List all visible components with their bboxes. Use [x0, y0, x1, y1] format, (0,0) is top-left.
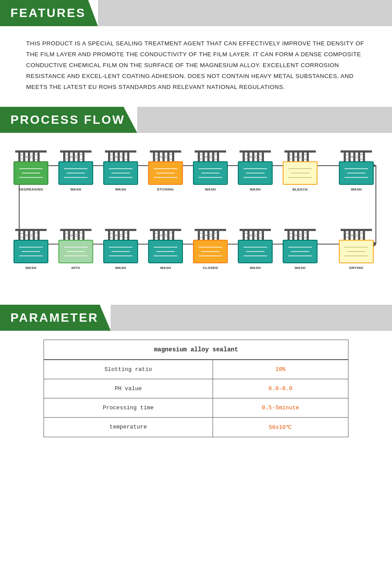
svg-rect-34 [105, 150, 136, 153]
parameter-header: PARAMETER [0, 305, 392, 331]
svg-rect-168 [212, 231, 214, 240]
table-row: Processing time 0.5-5minute [44, 398, 348, 417]
features-header: FEATURES [0, 0, 392, 26]
svg-rect-205 [348, 231, 351, 240]
svg-text:INTO: INTO [71, 266, 80, 270]
svg-text:WASH: WASH [294, 266, 305, 270]
svg-rect-88 [292, 153, 294, 161]
label-processing-time: Processing time [44, 398, 213, 417]
svg-rect-190 [284, 229, 316, 231]
svg-rect-203 [341, 229, 372, 231]
svg-text:WASH: WASH [351, 187, 362, 191]
svg-rect-99 [341, 150, 372, 153]
process-diagram: DEGREASING WASH [0, 133, 392, 296]
svg-rect-73 [240, 150, 271, 153]
value-ph-value: 6.0-8.0 [213, 379, 348, 398]
svg-rect-166 [203, 231, 205, 240]
value-temperature: 50±10℃ [213, 417, 348, 437]
svg-rect-207 [358, 231, 360, 240]
features-title: FEATURES [0, 0, 98, 26]
svg-text:WASH: WASH [115, 266, 126, 270]
svg-rect-114 [23, 231, 25, 240]
svg-rect-177 [240, 229, 271, 231]
svg-rect-62 [203, 153, 205, 161]
svg-text:WASH: WASH [250, 266, 260, 270]
parameter-table-wrapper: magnesium alloy sealant Slotting ratio 1… [0, 331, 392, 446]
svg-rect-138 [105, 229, 136, 231]
svg-rect-164 [195, 229, 226, 231]
svg-text:WASH: WASH [205, 187, 216, 191]
svg-rect-75 [247, 153, 250, 161]
svg-text:WASH: WASH [250, 187, 260, 191]
svg-text:ETCHING: ETCHING [157, 187, 174, 191]
svg-rect-155 [167, 231, 169, 240]
svg-rect-116 [33, 231, 35, 240]
label-slotting-ratio: Slotting ratio [44, 360, 213, 379]
svg-rect-38 [122, 153, 125, 161]
svg-rect-77 [257, 153, 259, 161]
table-row: Slotting ratio 10% [44, 360, 348, 379]
table-row: PH value 6.0-8.0 [44, 379, 348, 398]
parameter-table: magnesium alloy sealant Slotting ratio 1… [44, 340, 348, 437]
svg-rect-64 [212, 153, 214, 161]
process-flow-svg: DEGREASING WASH [7, 142, 385, 290]
svg-rect-179 [247, 231, 250, 240]
svg-rect-12 [33, 153, 35, 161]
process-flow-section: PROCESS FLOW [0, 107, 392, 305]
table-main-header: magnesium alloy sealant [44, 340, 348, 360]
svg-text:DRYING: DRYING [349, 266, 364, 270]
svg-rect-49 [158, 153, 160, 161]
parameter-section: PARAMETER magnesium alloy sealant Slotti… [0, 305, 392, 463]
svg-rect-21 [60, 150, 91, 153]
svg-rect-8 [15, 150, 47, 153]
label-ph-value: PH value [44, 379, 213, 398]
process-title: PROCESS FLOW [0, 107, 137, 133]
svg-text:WASH: WASH [115, 187, 126, 191]
features-section: FEATURES THIS PRODUCT IS A SPECIAL SEALI… [0, 0, 392, 107]
svg-rect-194 [302, 231, 304, 240]
svg-text:WASH: WASH [70, 187, 81, 191]
svg-rect-142 [122, 231, 125, 240]
svg-rect-112 [15, 229, 47, 231]
svg-rect-25 [78, 153, 80, 161]
svg-rect-140 [113, 231, 115, 240]
value-processing-time: 0.5-5minute [213, 398, 348, 417]
svg-text:CLOSED: CLOSED [203, 266, 218, 270]
table-row: temperature 50±10℃ [44, 417, 348, 437]
label-temperature: temperature [44, 417, 213, 437]
svg-text:BLEACH: BLEACH [292, 187, 308, 191]
svg-rect-192 [292, 231, 294, 240]
svg-rect-51 [167, 153, 169, 161]
svg-rect-125 [60, 229, 91, 231]
svg-rect-181 [257, 231, 259, 240]
svg-rect-127 [68, 231, 70, 240]
svg-rect-103 [358, 153, 360, 161]
svg-rect-153 [158, 231, 160, 240]
svg-text:WASH: WASH [160, 266, 171, 270]
svg-rect-10 [23, 153, 25, 161]
svg-rect-47 [150, 150, 181, 153]
svg-rect-90 [302, 153, 304, 161]
svg-rect-60 [195, 150, 226, 153]
svg-rect-129 [78, 231, 80, 240]
features-text: THIS PRODUCT IS A SPECIAL SEALING TREATM… [0, 26, 392, 107]
svg-text:WASH: WASH [25, 266, 36, 270]
svg-rect-101 [348, 153, 351, 161]
svg-rect-86 [284, 150, 316, 153]
svg-rect-151 [150, 229, 181, 231]
table-header-row: magnesium alloy sealant [44, 340, 348, 360]
process-header: PROCESS FLOW [0, 107, 392, 133]
svg-rect-23 [68, 153, 70, 161]
svg-text:DEGREASING: DEGREASING [19, 187, 44, 191]
parameter-title: PARAMETER [0, 305, 111, 331]
value-slotting-ratio: 10% [213, 360, 348, 379]
svg-rect-36 [113, 153, 115, 161]
